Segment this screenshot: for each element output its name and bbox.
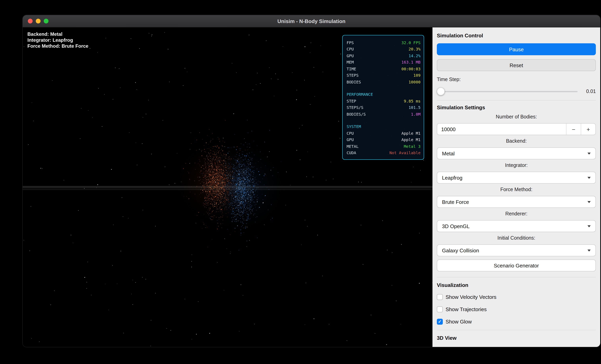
chevron-down-icon <box>588 249 591 251</box>
show-trajectories-checkbox[interactable] <box>437 306 443 312</box>
hud-value: Apple M1 <box>401 138 421 142</box>
scenario-generator-button[interactable]: Scenario Generator <box>437 259 596 271</box>
hud-value: 14.2% <box>409 54 421 58</box>
hud-stat-row: BODIES/S 1.0M <box>347 111 421 118</box>
section-divider <box>437 100 596 100</box>
desktop: Unisim - N-Body Simulation Backend: Meta… <box>0 0 601 364</box>
initial-conditions-label: Initial Conditions: <box>437 235 596 241</box>
hud-stat-row: FPS 32.0 FPS <box>347 39 421 46</box>
show-trajectories-label: Show Trajectories <box>446 306 487 312</box>
time-step-slider[interactable] <box>437 88 578 95</box>
show-velocity-vectors-checkbox[interactable] <box>437 294 443 300</box>
section-title-simulation-settings: Simulation Settings <box>437 105 596 110</box>
increment-button[interactable]: + <box>581 124 595 135</box>
window-content: Backend: Metal Integrator: Leapfrog Forc… <box>23 27 600 347</box>
hud-label: BODIES <box>347 80 361 84</box>
show-trajectories-row[interactable]: Show Trajectories <box>437 305 596 313</box>
hud-stat-row: GPU 14.2% <box>347 52 421 59</box>
hud-value: 109 <box>413 73 421 78</box>
hud-value: 10000 <box>409 80 421 84</box>
hud-stat-row: CPU 20.3% <box>347 46 421 52</box>
stats-hud: FPS 32.0 FPS CPU 20.3% GPU 14.2% MEM 163… <box>342 35 424 160</box>
initial-conditions-select[interactable]: Galaxy Collision <box>437 244 596 256</box>
reset-button[interactable]: Reset <box>437 59 596 71</box>
force-method-select-value: Brute Force <box>442 199 469 205</box>
hud-label: CUDA <box>347 151 356 155</box>
hud-stat-row: STEP 9.85 ms <box>347 98 421 104</box>
minimize-button[interactable] <box>36 19 40 23</box>
zoom-button[interactable] <box>44 19 49 23</box>
renderer-select[interactable]: 3D OpenGL <box>437 220 596 232</box>
decrement-button[interactable]: − <box>566 124 581 135</box>
hud-label: GPU <box>347 138 354 142</box>
show-velocity-vectors-row[interactable]: Show Velocity Vectors <box>437 293 596 301</box>
force-method-label: Force Method: <box>437 187 596 192</box>
chevron-down-icon <box>588 177 591 179</box>
hud-label: STEPS/S <box>347 106 363 110</box>
close-button[interactable] <box>28 19 33 23</box>
hud-label: STEP <box>347 99 356 103</box>
integrator-label: Integrator: <box>437 163 596 168</box>
section-title-simulation-control: Simulation Control <box>437 33 596 39</box>
hud-value: 1.0M <box>411 112 421 117</box>
show-glow-label: Show Glow <box>446 318 472 325</box>
hud-value: 00:00:03 <box>401 67 421 71</box>
section-divider <box>437 330 596 330</box>
backend-label: Backend: <box>437 138 596 144</box>
hud-value: Not Available <box>389 151 421 155</box>
slider-track[interactable] <box>437 91 578 92</box>
hud-label: CPU <box>347 131 354 136</box>
hud-stat-row: CUDA Not Available <box>347 150 421 156</box>
slider-thumb[interactable] <box>437 88 445 95</box>
section-divider <box>437 277 596 277</box>
chevron-down-icon <box>588 225 591 227</box>
bodies-input[interactable] <box>437 124 566 135</box>
section-title-visualization: Visualization <box>437 282 596 288</box>
pause-button[interactable]: Pause <box>437 43 596 55</box>
backend-select-value: Metal <box>442 150 455 156</box>
hud-value: Metal 3 <box>404 144 421 149</box>
hud-value: 163.1 MB <box>401 60 421 65</box>
show-velocity-vectors-label: Show Velocity Vectors <box>446 294 496 300</box>
time-step-value: 0.01 <box>583 89 596 94</box>
hud-stat-row: CPU Apple M1 <box>347 130 421 137</box>
number-of-bodies-label: Number of Bodies: <box>437 114 596 120</box>
hud-label: CPU <box>347 47 354 51</box>
simulation-viewport: Backend: Metal Integrator: Leapfrog Forc… <box>23 27 432 347</box>
traffic-lights <box>28 15 49 27</box>
app-window: Unisim - N-Body Simulation Backend: Meta… <box>23 15 600 347</box>
overlay-force-method: Force Method: Brute Force <box>27 43 89 49</box>
hud-value: 101.5 <box>409 106 421 110</box>
show-glow-row[interactable]: Show Glow <box>437 317 596 325</box>
hud-label: METAL <box>347 144 359 149</box>
hud-value: 32.0 FPS <box>401 40 421 45</box>
hud-label: STEPS <box>347 73 359 78</box>
force-method-select[interactable]: Brute Force <box>437 196 596 208</box>
hud-stat-row: METAL Metal 3 <box>347 143 421 150</box>
renderer-label: Renderer: <box>437 211 596 216</box>
hud-stat-row: STEPS/S 101.5 <box>347 104 421 111</box>
time-step-slider-row: 0.01 <box>437 88 596 95</box>
titlebar: Unisim - N-Body Simulation <box>23 15 600 27</box>
hud-stat-row: TIME 00:00:03 <box>347 66 421 72</box>
hud-label: TIME <box>347 67 356 71</box>
renderer-select-value: 3D OpenGL <box>442 223 470 229</box>
window-title: Unisim - N-Body Simulation <box>277 18 345 24</box>
hud-stat-row: MEM 163.1 MB <box>347 59 421 66</box>
bodies-stepper: − + <box>437 123 596 135</box>
integrator-select[interactable]: Leapfrog <box>437 172 596 184</box>
hud-label: GPU <box>347 54 354 58</box>
chevron-down-icon <box>588 152 591 154</box>
backend-select[interactable]: Metal <box>437 148 596 159</box>
show-glow-checkbox[interactable] <box>437 318 443 325</box>
hud-stat-row: BODIES 10000 <box>347 79 421 85</box>
control-sidebar: Simulation Control Pause Reset Time Step… <box>432 27 600 347</box>
hud-value: Apple M1 <box>401 131 421 136</box>
hud-section-system: SYSTEM <box>347 123 421 130</box>
hud-value: 20.3% <box>409 47 421 51</box>
hud-label: BODIES/S <box>347 112 366 117</box>
section-title-3d-view: 3D View <box>437 335 596 341</box>
hud-label: MEM <box>347 60 354 65</box>
overlay-backend: Backend: Metal <box>27 31 89 37</box>
time-step-label: Time Step: <box>437 77 596 82</box>
